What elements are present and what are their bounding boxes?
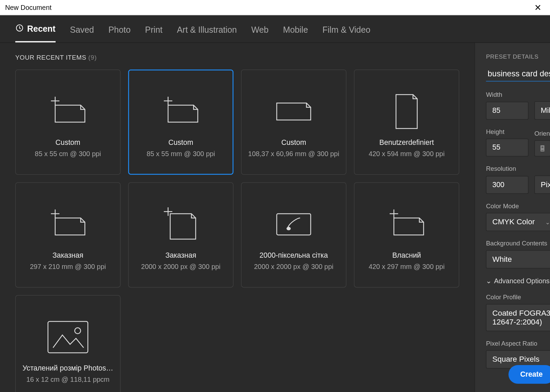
color-mode-value: CMYK Color [492,217,535,226]
preset-card[interactable]: Заказная2000 x 2000 px @ 300 ppi [128,182,234,288]
height-label: Height [486,128,528,135]
close-icon[interactable]: ✕ [531,2,545,13]
advanced-label: Advanced Options [494,277,550,285]
preset-icon [160,199,202,250]
tab-label: Recent [27,24,56,34]
preset-card[interactable]: Benutzerdefiniert420 x 594 mm @ 300 ppi [354,70,459,175]
preset-card[interactable]: Custom85 x 55 cm @ 300 ppi [15,70,121,175]
chevron-down-icon: ⌄ [545,218,550,225]
tab-label: Print [145,25,162,35]
units-select[interactable]: Millimeters⌄ [534,101,550,119]
preset-icon [160,86,202,137]
preset-icon [273,86,315,137]
preset-subtitle: 2000 x 2000 px @ 300 ppi [141,262,221,271]
color-profile-label: Color Profile [486,293,550,301]
resolution-units-select[interactable]: Pixels/Inch⌄ [534,176,550,194]
preset-details-title: PRESET DETAILS [486,53,550,60]
pixel-aspect-value: Square Pixels [492,355,539,364]
window-title: New Document [5,4,52,11]
preset-title: Усталений розмір Photos… [23,364,113,373]
preset-card[interactable]: Заказная297 x 210 mm @ 300 ppi [15,182,121,288]
preset-icon [47,199,89,250]
preset-icon [386,199,428,250]
preset-card[interactable]: Усталений розмір Photos…16 x 12 cm @ 118… [15,295,121,392]
svg-point-4 [75,328,81,333]
svg-point-2 [287,227,290,229]
background-value: White [492,255,512,264]
preset-title: Заказная [165,251,196,260]
preset-name-input[interactable] [486,66,550,81]
preset-subtitle: 108,37 x 60,96 mm @ 300 ppi [248,150,339,159]
height-input[interactable] [486,139,528,156]
orientation-portrait-button[interactable] [534,140,550,156]
preset-subtitle: 85 x 55 cm @ 300 ppi [35,150,101,159]
tab-print[interactable]: Print [145,25,162,42]
color-profile-value: Coated FOGRA39 (ISO 12647-2:2004) [492,309,550,327]
tab-mobile[interactable]: Mobile [283,25,308,42]
preset-title: Заказная [53,251,83,260]
width-input[interactable] [486,102,528,120]
background-select[interactable]: White⌄ [486,250,550,268]
svg-point-7 [541,146,544,148]
preset-card[interactable]: Custom108,37 x 60,96 mm @ 300 ppi [241,70,347,175]
recents-header: YOUR RECENT ITEMS (9) [15,54,459,61]
orientation-label: Orientation [534,130,550,137]
svg-rect-1 [277,213,311,235]
color-mode-select[interactable]: CMYK Color⌄ [486,213,550,231]
preset-card[interactable]: Custom85 x 55 mm @ 300 ppi [128,70,234,175]
preset-title: Custom [168,138,193,147]
title-bar: New Document ✕ [0,0,550,15]
preset-details-panel: PRESET DETAILS Width Millimeters⌄ Height… [475,43,550,392]
tab-photo[interactable]: Photo [108,25,131,42]
preset-subtitle: 420 x 594 mm @ 300 ppi [368,150,445,159]
chevron-down-icon: ⌄ [486,277,491,285]
preset-card[interactable]: Власний420 x 297 mm @ 300 ppi [354,182,459,288]
preset-icon [273,199,315,250]
units-value: Millimeters [541,106,550,115]
preset-title: Custom [281,138,306,147]
tab-label: Web [251,25,269,35]
tab-label: Saved [70,25,94,35]
tab-label: Art & Illustration [177,25,237,35]
preset-title: Custom [56,138,81,147]
resolution-input[interactable] [486,176,528,194]
pixel-aspect-label: Pixel Aspect Ratio [486,340,550,347]
tab-web[interactable]: Web [251,25,269,42]
tab-label: Photo [108,25,131,35]
background-label: Background Contents [486,240,550,247]
tab-film[interactable]: Film & Video [322,25,371,42]
clock-icon [15,24,24,34]
preset-title: Власний [392,251,421,260]
tabs: Recent Saved Photo Print Art & Illustrat… [0,15,550,43]
color-profile-select[interactable]: Coated FOGRA39 (ISO 12647-2:2004)⌄ [486,304,550,331]
preset-subtitle: 16 x 12 cm @ 118,11 ppcm [26,375,110,384]
tab-label: Film & Video [322,25,371,35]
left-panel: YOUR RECENT ITEMS (9) Custom85 x 55 cm @… [0,43,475,392]
preset-icon [390,86,424,137]
tab-saved[interactable]: Saved [70,25,94,42]
preset-subtitle: 85 x 55 mm @ 300 ppi [147,150,215,159]
advanced-options-toggle[interactable]: ⌄ Advanced Options [486,277,550,285]
preset-subtitle: 297 x 210 mm @ 300 ppi [30,262,106,271]
preset-icon [45,312,91,362]
preset-card[interactable]: 2000-піксельна сітка2000 x 2000 px @ 300… [241,182,347,288]
preset-subtitle: 2000 x 2000 px @ 300 ppi [254,262,333,271]
tab-label: Mobile [283,25,308,35]
resolution-label: Resolution [486,165,550,172]
width-label: Width [486,91,550,98]
preset-subtitle: 420 x 297 mm @ 300 ppi [368,262,445,271]
create-button[interactable]: Create [508,365,550,384]
tab-art[interactable]: Art & Illustration [177,25,237,42]
tab-recent[interactable]: Recent [15,24,56,43]
resolution-units-value: Pixels/Inch [541,180,550,189]
svg-rect-3 [48,321,88,352]
preset-title: 2000-піксельна сітка [260,251,328,260]
color-mode-label: Color Mode [486,202,550,209]
preset-title: Benutzerdefiniert [379,138,434,147]
preset-icon [47,86,89,137]
preset-grid: Custom85 x 55 cm @ 300 ppiCustom85 x 55 … [15,70,459,392]
